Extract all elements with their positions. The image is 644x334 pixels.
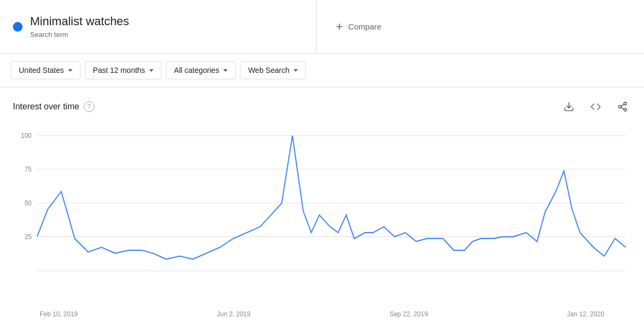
svg-text:50: 50 — [25, 199, 32, 207]
search-term-color-dot — [13, 22, 23, 32]
search-type-chevron-icon — [294, 69, 298, 72]
filters-section: United States Past 12 months All categor… — [0, 54, 644, 87]
header-section: Minimalist watches Search term + Compare — [0, 0, 644, 54]
compare-button[interactable]: + Compare — [330, 16, 388, 38]
svg-text:100: 100 — [21, 132, 32, 140]
x-label-1: Feb 10, 2019 — [40, 310, 78, 318]
chart-title: Interest over time — [13, 102, 79, 112]
x-axis-labels: Feb 10, 2019 Jun 2, 2019 Sep 22, 2019 Ja… — [13, 306, 631, 329]
x-label-3: Sep 22, 2019 — [390, 310, 428, 318]
search-type-label: Web Search — [248, 66, 289, 75]
search-type-filter[interactable]: Web Search — [240, 61, 306, 79]
x-label-2: Jun 2, 2019 — [217, 310, 251, 318]
svg-line-5 — [621, 104, 624, 106]
chart-actions — [560, 98, 631, 115]
category-label: All categories — [174, 66, 219, 75]
trend-line — [37, 136, 626, 259]
download-button[interactable] — [560, 98, 577, 115]
search-term-block: Minimalist watches Search term — [0, 0, 317, 53]
x-label-4: Jan 12, 2020 — [567, 310, 604, 318]
download-icon — [564, 101, 574, 112]
compare-label: Compare — [348, 22, 382, 31]
embed-button[interactable] — [587, 98, 604, 115]
search-term-title: Minimalist watches — [30, 14, 129, 28]
help-icon-label: ? — [87, 103, 91, 110]
region-label: United States — [19, 66, 64, 75]
category-filter[interactable]: All categories — [166, 61, 236, 79]
embed-icon — [590, 101, 601, 112]
search-term-text: Minimalist watches Search term — [30, 14, 129, 39]
search-term-subtitle: Search term — [30, 31, 129, 39]
region-chevron-icon — [68, 69, 72, 72]
plus-icon: + — [336, 20, 343, 34]
time-chevron-icon — [149, 69, 153, 72]
svg-text:75: 75 — [25, 165, 32, 173]
share-icon — [617, 101, 628, 112]
time-period-filter[interactable]: Past 12 months — [85, 61, 162, 79]
share-button[interactable] — [614, 98, 631, 115]
interest-chart: 100 75 50 25 — [13, 124, 631, 306]
chart-title-group: Interest over time ? — [13, 101, 94, 112]
svg-line-4 — [621, 107, 624, 109]
compare-block: + Compare — [317, 0, 644, 53]
time-period-label: Past 12 months — [93, 66, 145, 75]
chart-header: Interest over time ? — [13, 98, 631, 115]
chart-container: 100 75 50 25 — [13, 124, 631, 306]
svg-text:25: 25 — [25, 233, 32, 241]
category-chevron-icon — [223, 69, 228, 72]
region-filter[interactable]: United States — [11, 61, 80, 79]
help-icon[interactable]: ? — [84, 101, 94, 112]
chart-section: Interest over time ? — [0, 87, 644, 329]
